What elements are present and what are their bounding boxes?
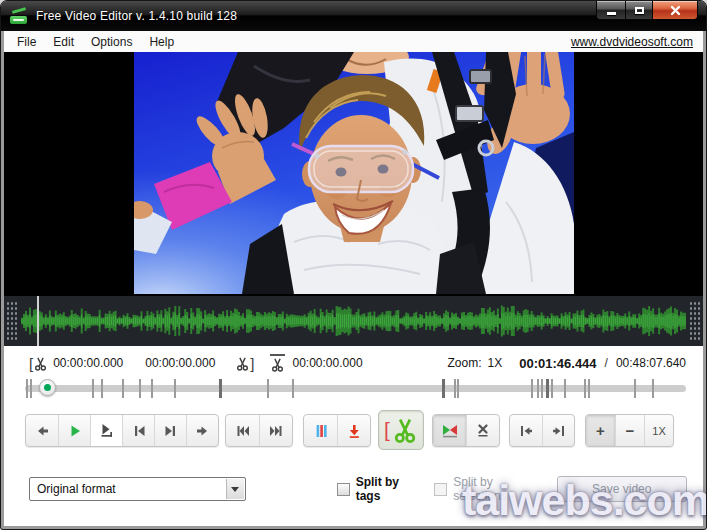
timeline-tick xyxy=(442,379,445,398)
timeline-tick xyxy=(588,379,590,398)
timeline-tick xyxy=(174,379,176,398)
timeline-tick xyxy=(151,379,153,398)
timeline-tick xyxy=(292,379,294,398)
timeline-tick xyxy=(92,379,94,398)
to-end-icon xyxy=(551,423,567,439)
to-start-icon xyxy=(518,423,534,439)
prev-frame-icon xyxy=(131,423,147,439)
download-arrow-icon xyxy=(346,423,362,439)
next-tag-icon xyxy=(268,423,284,439)
window-title: Free Video Editor v. 1.4.10 build 128 xyxy=(36,9,237,23)
arrow-right-icon xyxy=(195,423,211,439)
save-frame-button[interactable] xyxy=(337,415,370,446)
timeline-tick xyxy=(101,379,103,398)
zoom-in-button[interactable]: + xyxy=(586,415,615,446)
jump-back-button[interactable] xyxy=(26,415,58,446)
timeline-tick xyxy=(531,379,533,398)
close-button[interactable] xyxy=(653,1,698,20)
video-frame xyxy=(134,52,574,294)
maximize-icon xyxy=(635,7,644,14)
dropdown-button[interactable] xyxy=(226,479,244,499)
menu-item-edit[interactable]: Edit xyxy=(53,35,74,49)
timeline-tick xyxy=(457,379,459,398)
timeline-tick xyxy=(537,379,539,398)
jump-forward-button[interactable] xyxy=(186,415,218,446)
next-tag-button[interactable] xyxy=(259,415,292,446)
audio-waveform[interactable] xyxy=(4,296,703,346)
timecode-row: [ 00:00:00.000 00:00:00.000 ] 00:00:00.0… xyxy=(4,354,703,372)
menu-item-options[interactable]: Options xyxy=(91,35,132,49)
timeline-tick xyxy=(219,379,222,398)
timeline-tick xyxy=(634,379,636,398)
timeline-tick xyxy=(546,379,549,398)
waveform-left-grip[interactable] xyxy=(6,301,18,341)
timeline-track[interactable] xyxy=(25,385,686,392)
next-frame-icon xyxy=(163,423,179,439)
waveform-right-grip[interactable] xyxy=(689,301,701,341)
arrow-left-icon xyxy=(34,423,50,439)
titlebar: Free Video Editor v. 1.4.10 build 128 xyxy=(1,1,706,31)
clear-x-icon xyxy=(475,422,491,439)
selection-markers-icon xyxy=(441,422,459,439)
app-window: Free Video Editor v. 1.4.10 build 128 Fi… xyxy=(0,0,707,530)
chevron-down-icon xyxy=(231,487,239,492)
split-by-tags-checkbox[interactable] xyxy=(337,483,350,496)
cursor-time: 00:00:00.000 xyxy=(293,356,363,370)
prev-frame-button[interactable] xyxy=(122,415,154,446)
selection-start-scissors-icon: [ xyxy=(29,355,48,372)
total-duration: 00:48:07.640 xyxy=(616,356,686,370)
zoom-reset-button[interactable]: 1X xyxy=(644,415,673,446)
zoom-label: Zoom: xyxy=(448,356,482,370)
app-icon xyxy=(10,8,28,25)
split-by-selections-label: Split by selections xyxy=(453,475,544,503)
minimize-icon xyxy=(607,12,616,15)
go-to-start-button[interactable] xyxy=(510,415,542,446)
add-tag-button[interactable] xyxy=(304,415,337,446)
waveform-display xyxy=(20,296,687,346)
timeline-tick xyxy=(564,379,566,398)
play-button[interactable] xyxy=(58,415,90,446)
next-frame-button[interactable] xyxy=(154,415,186,446)
toolbar: [ + − 1X xyxy=(4,410,703,452)
split-by-tags-label: Split by tags xyxy=(356,475,424,503)
cut-bracket-icon: [ xyxy=(384,418,390,442)
timeline-tick xyxy=(584,379,586,398)
timeline-tick xyxy=(139,379,141,398)
timeline-tick xyxy=(267,379,269,398)
maximize-button[interactable] xyxy=(625,1,653,20)
clear-selection-button[interactable] xyxy=(466,415,499,446)
format-select[interactable]: Original format xyxy=(29,477,246,501)
timeline-handle[interactable] xyxy=(39,379,56,396)
prev-tag-button[interactable] xyxy=(226,415,259,446)
selection-end-time: 00:00:00.000 xyxy=(145,356,215,370)
website-link[interactable]: www.dvdvideosoft.com xyxy=(571,35,693,49)
cut-button[interactable]: [ xyxy=(378,410,424,450)
timeline-tick xyxy=(122,379,124,398)
play-from-cursor-icon xyxy=(98,422,115,439)
minimize-button[interactable] xyxy=(596,1,625,20)
video-preview xyxy=(4,52,703,296)
menu-item-file[interactable]: File xyxy=(17,35,36,49)
close-icon xyxy=(669,4,682,17)
timeline-tick xyxy=(26,379,28,398)
play-from-cursor-button[interactable] xyxy=(90,415,122,446)
scissors-icon xyxy=(392,417,418,443)
waveform-playhead[interactable] xyxy=(37,296,39,346)
timeline-slider[interactable] xyxy=(4,374,703,404)
split-by-selections-checkbox xyxy=(434,483,447,496)
split-by-tags-option: Split by tags xyxy=(337,475,424,503)
current-time: 00:01:46.444 xyxy=(519,356,596,371)
play-icon xyxy=(67,423,83,439)
zoom-out-button[interactable]: − xyxy=(615,415,644,446)
timeline-tick xyxy=(454,379,456,398)
prev-tag-icon xyxy=(235,423,251,439)
zoom-value: 1X xyxy=(488,356,503,370)
timeline-tick xyxy=(541,379,543,398)
controls-panel: [ 00:00:00.000 00:00:00.000 ] 00:00:00.0… xyxy=(4,354,703,530)
menu-item-help[interactable]: Help xyxy=(149,35,174,49)
save-video-button: Save video xyxy=(557,476,687,502)
go-to-end-button[interactable] xyxy=(542,415,574,446)
format-value: Original format xyxy=(30,482,116,496)
cursor-scissors-icon xyxy=(270,354,285,372)
select-fragment-button[interactable] xyxy=(433,415,466,446)
